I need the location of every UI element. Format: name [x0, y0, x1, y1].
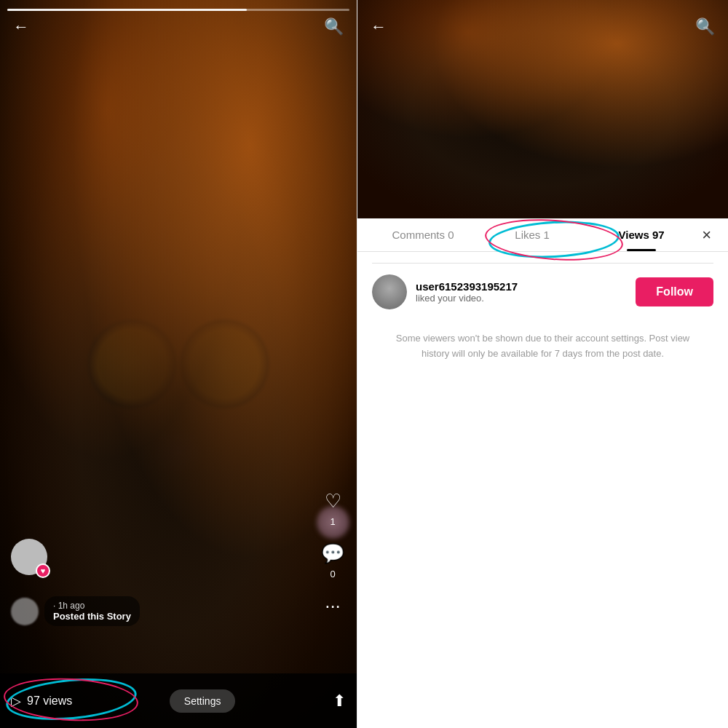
tabs-row: Comments 0 Likes 1 Views 97 × — [357, 218, 728, 251]
user-info-overlay: · 1h ago Posted this Story — [11, 596, 140, 626]
share-icon[interactable]: ⬆ — [333, 692, 346, 711]
right-cat-image: ← 🔍 — [357, 0, 728, 218]
viewer-avatar-image — [372, 274, 407, 309]
heart-badge: ♥ — [36, 563, 50, 578]
avatar-with-heart: ♥ — [11, 539, 47, 575]
user-story-info: · 1h ago Posted this Story — [44, 596, 140, 626]
views-count: 97 views — [27, 695, 72, 708]
story-label: Posted this Story — [53, 611, 131, 622]
back-icon[interactable]: ← — [13, 17, 29, 36]
more-action[interactable]: ··· — [320, 593, 346, 619]
tab-likes[interactable]: Likes 1 — [478, 218, 587, 251]
search-icon[interactable]: 🔍 — [324, 17, 344, 36]
content-area: user6152393195217 liked your video. Foll… — [357, 252, 728, 728]
right-top-navigation: ← 🔍 — [357, 17, 728, 36]
viewer-info: user6152393195217 liked your video. — [416, 280, 627, 304]
comment-count: 0 — [330, 569, 335, 579]
like-count: 1 — [330, 516, 335, 527]
tabs-container: Comments 0 Likes 1 Views 97 × — [357, 218, 728, 252]
right-actions: ♡ 1 💬 0 ··· — [320, 488, 346, 619]
comment-icon: 💬 — [320, 540, 346, 566]
heart-icon: ♡ — [320, 488, 346, 514]
progress-bar-fill — [7, 9, 247, 11]
right-panel: ← 🔍 Comments 0 Likes 1 Views 97 × user61… — [357, 0, 728, 728]
more-icon: ··· — [320, 593, 346, 619]
user-avatar-blurred — [11, 598, 39, 625]
right-back-icon[interactable]: ← — [371, 17, 387, 36]
tab-views[interactable]: Views 97 — [587, 218, 696, 251]
separator — [372, 263, 713, 264]
settings-button[interactable]: Settings — [170, 689, 236, 713]
like-action[interactable]: ♡ 1 — [320, 488, 346, 527]
privacy-notice: Some viewers won't be shown due to their… — [372, 324, 713, 369]
follow-button[interactable]: Follow — [636, 277, 713, 306]
play-triangle-icon: ▷ — [11, 693, 21, 709]
comment-action[interactable]: 💬 0 — [320, 540, 346, 579]
bottom-bar: ▷ 97 views Settings ⬆ — [0, 673, 357, 728]
right-search-icon[interactable]: 🔍 — [695, 17, 715, 36]
viewer-avatar — [372, 274, 407, 309]
viewer-row: user6152393195217 liked your video. Foll… — [372, 274, 713, 309]
progress-bar — [7, 9, 349, 11]
story-time: · 1h ago — [53, 601, 131, 611]
close-button[interactable]: × — [696, 220, 717, 250]
viewer-action: liked your video. — [416, 293, 627, 304]
left-panel: ← 🔍 · 1h ago Posted this Story ♥ ♡ 1 💬 0… — [0, 0, 357, 728]
tab-comments[interactable]: Comments 0 — [368, 218, 478, 251]
views-button[interactable]: ▷ 97 views — [11, 693, 72, 709]
viewer-username: user6152393195217 — [416, 280, 627, 293]
top-navigation: ← 🔍 — [0, 17, 357, 36]
